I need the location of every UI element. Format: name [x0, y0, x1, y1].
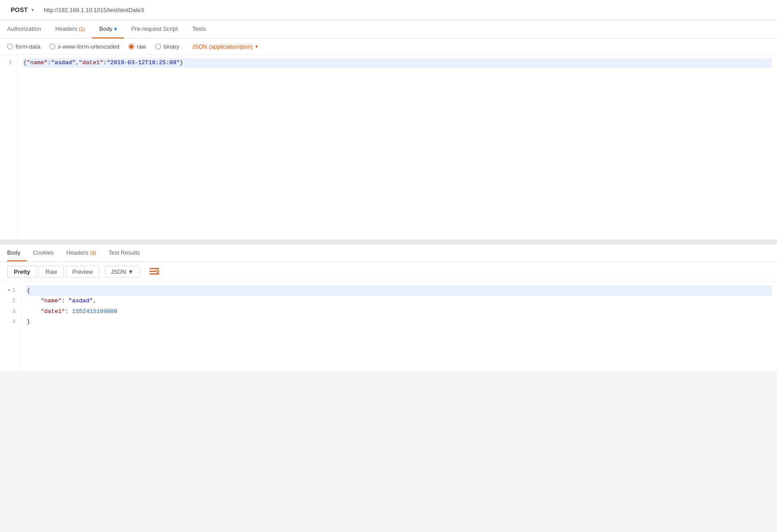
radio-x-www[interactable]: x-www-form-urlencoded — [50, 43, 120, 50]
response-toolbar: Pretty Raw Preview JSON ▼ — [0, 262, 777, 282]
tab-body[interactable]: Body — [92, 20, 124, 38]
response-tab-cookies-label: Cookies — [33, 249, 54, 256]
tab-pre-request[interactable]: Pre-request Script — [124, 20, 185, 38]
pretty-button[interactable]: Pretty — [7, 266, 37, 278]
json-type-selector[interactable]: JSON (application/json) ▼ — [192, 43, 259, 50]
url-input[interactable] — [44, 7, 770, 13]
preview-button[interactable]: Preview — [66, 266, 99, 278]
svg-rect-2 — [149, 273, 159, 275]
response-tab-cookies[interactable]: Cookies — [27, 245, 60, 261]
json-type-chevron-icon: ▼ — [255, 44, 259, 49]
wrap-button[interactable] — [145, 265, 164, 278]
response-section: Body Cookies Headers (3) Test Results Pr… — [0, 245, 777, 371]
tab-authorization[interactable]: Authorization — [7, 20, 48, 38]
response-tab-test-results[interactable]: Test Results — [102, 245, 146, 261]
response-line-numbers: ▼ 1 2 3 4 — [0, 282, 21, 371]
method-selector[interactable]: POST ▼ — [7, 4, 38, 15]
line-numbers: 1 — [0, 55, 18, 239]
format-chevron-icon: ▼ — [128, 268, 134, 275]
json-type-label: JSON (application/json) — [192, 43, 253, 50]
tab-headers-badge: (1) — [79, 26, 85, 32]
tab-body-dot — [114, 28, 117, 30]
radio-raw[interactable]: raw — [128, 43, 146, 50]
response-tab-test-results-label: Test Results — [108, 249, 140, 256]
tab-tests[interactable]: Tests — [185, 20, 213, 38]
request-editor: 1 {"name":"asdad","date1":"2019-03-12T18… — [0, 55, 777, 242]
response-line-3: "date1": 1552415109000 — [27, 306, 772, 317]
response-tabs: Body Cookies Headers (3) Test Results — [0, 245, 777, 262]
radio-binary[interactable]: binary — [155, 43, 179, 50]
collapse-icon[interactable]: ▼ — [8, 287, 10, 295]
tab-tests-label: Tests — [192, 25, 206, 32]
code-line-1: {"name":"asdad","date1":"2019-03-12T18:2… — [23, 58, 772, 68]
format-label: JSON — [111, 268, 126, 275]
response-line-1: { — [27, 285, 772, 296]
response-tab-headers[interactable]: Headers (3) — [60, 245, 103, 261]
response-tab-body-label: Body — [7, 249, 21, 256]
tab-pre-request-label: Pre-request Script — [131, 25, 178, 32]
response-code-area: ▼ 1 2 3 4 { "name": "asdad", "date1": 15… — [0, 282, 777, 371]
tab-authorization-label: Authorization — [7, 25, 41, 32]
radio-form-data[interactable]: form-data — [7, 43, 41, 50]
svg-rect-1 — [149, 271, 157, 272]
raw-button[interactable]: Raw — [39, 266, 64, 278]
tab-body-label: Body — [99, 25, 112, 32]
svg-rect-0 — [149, 268, 159, 269]
response-body: { "name": "asdad", "date1": 155241510900… — [21, 282, 777, 371]
response-line-4: } — [27, 317, 772, 327]
response-tab-headers-badge: (3) — [90, 250, 96, 256]
response-tab-body[interactable]: Body — [7, 245, 27, 261]
response-line-2: "name": "asdad", — [27, 296, 772, 306]
method-label: POST — [11, 6, 28, 13]
tab-headers[interactable]: Headers (1) — [48, 20, 92, 38]
code-content[interactable]: {"name":"asdad","date1":"2019-03-12T18:2… — [18, 55, 777, 239]
request-tabs: Authorization Headers (1) Body Pre-reque… — [0, 20, 777, 39]
url-bar: POST ▼ — [0, 0, 777, 20]
wrap-icon — [149, 268, 159, 276]
response-tab-headers-label: Headers — [66, 249, 88, 256]
format-selector[interactable]: JSON ▼ — [105, 266, 140, 278]
body-type-bar: form-data x-www-form-urlencoded raw bina… — [0, 39, 777, 55]
method-chevron-icon: ▼ — [30, 8, 35, 12]
tab-headers-label: Headers — [55, 25, 77, 32]
